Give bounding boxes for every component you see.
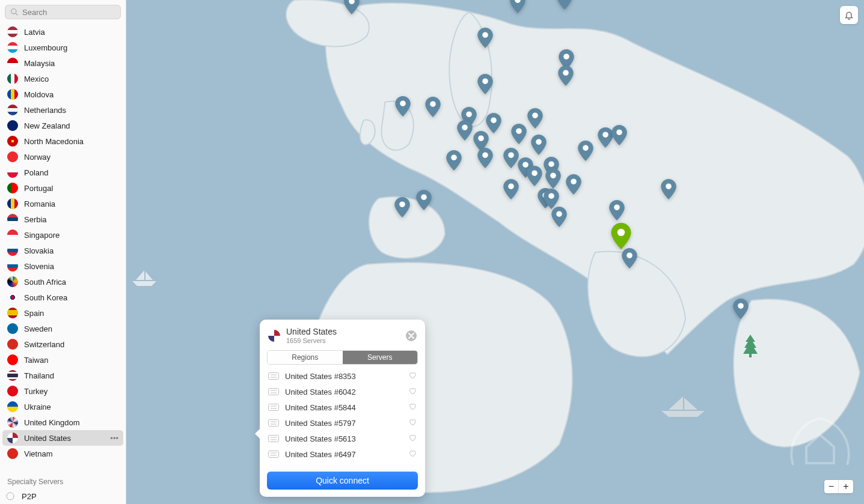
- map-pin[interactable]: [446, 150, 462, 171]
- map-pin[interactable]: [733, 299, 749, 319]
- map-pin[interactable]: [578, 141, 593, 161]
- country-item-tr[interactable]: Turkey•••: [2, 383, 123, 399]
- country-item-vn[interactable]: Vietnam•••: [2, 446, 123, 461]
- zoom-controls: − +: [824, 480, 853, 493]
- popup-close-button[interactable]: [406, 330, 417, 341]
- country-item-sk[interactable]: Slovakia•••: [2, 243, 123, 258]
- map-pin[interactable]: [622, 248, 637, 269]
- favorite-icon[interactable]: [408, 402, 417, 413]
- flag-icon: [7, 370, 18, 381]
- map-pin[interactable]: [477, 74, 493, 94]
- country-item-lv[interactable]: Latvia•••: [2, 24, 123, 40]
- zoom-in-button[interactable]: +: [839, 480, 853, 493]
- map-pin[interactable]: [503, 148, 519, 168]
- svg-point-19: [536, 139, 542, 145]
- country-item-us[interactable]: United States•••: [2, 430, 123, 446]
- country-item-si[interactable]: Slovenia•••: [2, 258, 123, 274]
- map-pin[interactable]: [477, 28, 493, 48]
- flag-icon: [7, 167, 18, 178]
- map-pin[interactable]: [394, 197, 410, 217]
- server-item[interactable]: United States #6042: [263, 384, 421, 399]
- country-item-mx[interactable]: Mexico•••: [2, 71, 123, 87]
- map-pin[interactable]: [557, 0, 572, 10]
- map-pin[interactable]: [544, 189, 559, 209]
- country-label: Moldova: [24, 90, 54, 99]
- favorite-icon[interactable]: [408, 434, 417, 444]
- server-item[interactable]: United States #5613: [263, 431, 421, 446]
- country-label: Poland: [24, 168, 48, 177]
- country-item-es[interactable]: Spain•••: [2, 305, 123, 321]
- map-area[interactable]: − + United States 1659 Servers Regions S…: [126, 0, 864, 504]
- country-item-kr[interactable]: South Korea•••: [2, 290, 123, 305]
- country-item-no[interactable]: Norway•••: [2, 149, 123, 165]
- search-box[interactable]: [5, 5, 121, 19]
- map-pin[interactable]: [510, 0, 525, 13]
- map-pin[interactable]: [566, 174, 581, 195]
- favorite-icon[interactable]: [408, 418, 417, 428]
- country-list[interactable]: Latvia•••Luxembourg•••Malaysia•••Mexico•…: [0, 24, 126, 474]
- server-item[interactable]: United States #6497: [263, 446, 421, 462]
- country-item-pl[interactable]: Poland•••: [2, 165, 123, 180]
- favorite-icon[interactable]: [408, 371, 417, 381]
- map-pin[interactable]: [503, 179, 519, 199]
- map-pin[interactable]: [545, 168, 561, 189]
- country-label: Mexico: [24, 74, 49, 83]
- map-pin[interactable]: [395, 96, 411, 117]
- country-item-lu[interactable]: Luxembourg•••: [2, 40, 123, 55]
- country-item-ro[interactable]: Romania•••: [2, 196, 123, 211]
- favorite-icon[interactable]: [408, 387, 417, 397]
- server-label: United States #6497: [285, 450, 356, 459]
- country-item-se[interactable]: Sweden•••: [2, 321, 123, 336]
- map-pin[interactable]: [477, 148, 493, 168]
- country-label: United Kingdom: [24, 418, 80, 427]
- map-pin[interactable]: [511, 124, 527, 144]
- notifications-button[interactable]: [840, 6, 858, 24]
- map-pin[interactable]: [551, 207, 567, 227]
- country-item-gb[interactable]: United Kingdom•••: [2, 414, 123, 430]
- svg-rect-4: [749, 354, 752, 357]
- server-item[interactable]: United States #8353: [263, 368, 421, 384]
- map-pin[interactable]: [609, 200, 625, 220]
- country-item-tw[interactable]: Taiwan•••: [2, 352, 123, 368]
- favorite-icon[interactable]: [408, 449, 417, 460]
- country-item-ua[interactable]: Ukraine•••: [2, 399, 123, 414]
- tab-regions[interactable]: Regions: [268, 351, 343, 364]
- map-pin-current[interactable]: [611, 223, 631, 249]
- map-pin[interactable]: [527, 108, 543, 129]
- map-pin[interactable]: [416, 190, 432, 210]
- country-item-th[interactable]: Thailand•••: [2, 368, 123, 383]
- map-pin[interactable]: [457, 120, 473, 141]
- country-item-sg[interactable]: Singapore•••: [2, 227, 123, 243]
- country-label: Singapore: [24, 231, 60, 240]
- country-item-za[interactable]: South Africa•••: [2, 274, 123, 290]
- server-item[interactable]: United States #5797: [263, 415, 421, 431]
- map-pin[interactable]: [661, 179, 676, 199]
- map-pin[interactable]: [611, 125, 627, 145]
- country-item-ch[interactable]: Switzerland•••: [2, 336, 123, 352]
- country-label: Taiwan: [24, 356, 48, 365]
- country-item-mk[interactable]: North Macedonia•••: [2, 133, 123, 149]
- country-item-rs[interactable]: Serbia•••: [2, 211, 123, 227]
- country-item-md[interactable]: Moldova•••: [2, 87, 123, 102]
- map-pin[interactable]: [531, 135, 547, 155]
- svg-rect-56: [269, 436, 279, 442]
- country-item-nl[interactable]: Netherlands•••: [2, 102, 123, 118]
- specialty-list: P2P: [0, 488, 126, 504]
- search-input[interactable]: [22, 8, 115, 17]
- server-list[interactable]: United States #8353United States #6042Un…: [260, 368, 425, 467]
- quick-connect-button[interactable]: Quick connect: [267, 472, 418, 490]
- country-item-my[interactable]: Malaysia•••: [2, 55, 123, 71]
- zoom-out-button[interactable]: −: [824, 480, 839, 493]
- tab-servers[interactable]: Servers: [343, 351, 418, 364]
- map-pin[interactable]: [527, 166, 542, 186]
- map-pin[interactable]: [344, 0, 360, 14]
- specialty-item-p2p[interactable]: P2P: [0, 488, 126, 504]
- map-pin[interactable]: [425, 97, 441, 117]
- flag-icon: [268, 330, 280, 342]
- map-pin[interactable]: [486, 113, 501, 133]
- server-item[interactable]: United States #5844: [263, 399, 421, 415]
- country-item-nz[interactable]: New Zealand•••: [2, 118, 123, 133]
- more-icon[interactable]: •••: [110, 434, 118, 443]
- map-pin[interactable]: [558, 65, 574, 86]
- country-item-pt[interactable]: Portugal•••: [2, 180, 123, 196]
